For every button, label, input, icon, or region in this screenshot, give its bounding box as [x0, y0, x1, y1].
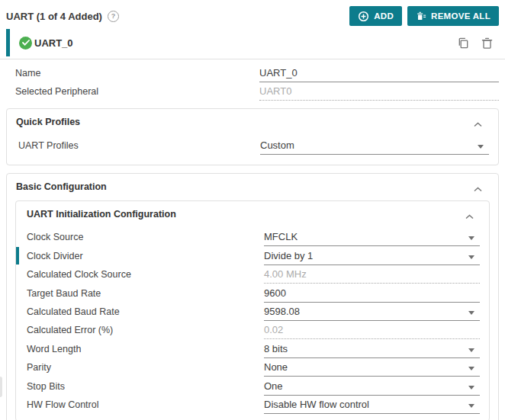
modified-indicator [16, 247, 19, 264]
chevron-up-icon[interactable] [474, 184, 482, 194]
field-word-length[interactable]: 8 bits [264, 340, 480, 358]
copy-instance-button[interactable] [457, 37, 470, 50]
config-row: Calculated Error (%) 0.02 [16, 321, 480, 339]
field-value: Divide by 1 [264, 250, 313, 261]
general-fields: Name UART_0 Selected Peripheral UART0 [6, 59, 499, 103]
quick-profiles-rows: UART Profiles Custom [7, 134, 498, 165]
config-row: Clock Source MFCLK [16, 228, 480, 246]
label-clock-divider: Clock Divider [27, 251, 264, 265]
field-value: MFCLK [264, 231, 298, 242]
config-row: Stop Bits One [16, 377, 480, 395]
uart-init-config-header[interactable]: UART Initialization Configuration [16, 201, 489, 226]
uart-init-config-card: UART Initialization Configuration Clock … [15, 200, 490, 420]
config-row: Calculated Clock Source 4.00 MHz [16, 265, 480, 284]
module-title: UART (1 of 4 Added) [6, 11, 102, 22]
field-value: UART0 [259, 85, 291, 97]
field-uart-profiles[interactable]: Custom [260, 136, 489, 155]
basic-configuration-header[interactable]: Basic Configuration [7, 174, 498, 199]
field-value: Custom [260, 139, 294, 151]
instance-name: UART_0 [34, 37, 73, 49]
field-value: Disable HW flow control [264, 399, 369, 410]
field-value: 9598.08 [264, 306, 300, 317]
label-target-baud-rate: Target Baud Rate [27, 288, 264, 303]
config-row: Parity None [16, 358, 480, 377]
trash-with-lines-icon [416, 11, 426, 21]
remove-all-button[interactable]: REMOVE ALL [407, 6, 499, 26]
field-clock-source[interactable]: MFCLK [264, 228, 480, 246]
field-value: None [264, 361, 288, 373]
dropdown-arrow-icon [468, 311, 474, 315]
module-title-group: UART (1 of 4 Added) ? [6, 11, 119, 22]
field-calculated-clock-source: 4.00 MHz [264, 265, 480, 284]
uart-config-panel: UART (1 of 4 Added) ? ADD REMOVE ALL UAR… [0, 0, 505, 420]
uart-init-config-rows: Clock Source MFCLK Clock Divider Divide … [16, 226, 489, 420]
check-circle-icon [19, 37, 32, 50]
field-target-baud-rate[interactable]: 9600 [264, 284, 480, 303]
scrollbar-thumb[interactable] [0, 377, 2, 397]
label-name: Name [15, 68, 259, 82]
config-row: UART Profiles Custom [7, 136, 489, 155]
dropdown-arrow-icon [468, 236, 474, 240]
config-row: Word Length 8 bits [16, 339, 480, 357]
dropdown-arrow-icon [468, 404, 474, 408]
dropdown-arrow-icon [468, 386, 474, 390]
field-value: 8 bits [264, 343, 288, 354]
field-calculated-baud-rate[interactable]: 9598.08 [264, 303, 480, 321]
field-value: 0.02 [264, 324, 283, 335]
label-calculated-error: Calculated Error (%) [27, 325, 264, 339]
label-selected-peripheral: Selected Peripheral [15, 86, 259, 101]
field-selected-peripheral: UART0 [259, 82, 499, 101]
label-word-length: Word Length [27, 344, 264, 358]
quick-profiles-card: Quick Profiles UART Profiles Custom [6, 108, 499, 165]
field-value: UART_0 [259, 67, 298, 79]
field-value: One [264, 380, 283, 392]
field-parity[interactable]: None [264, 358, 480, 377]
header-buttons: ADD REMOVE ALL [349, 6, 499, 26]
dropdown-arrow-icon [468, 367, 474, 370]
label-hw-flow-control: HW Flow Control [27, 399, 264, 414]
instance-actions [457, 37, 499, 50]
label-calculated-clock-source: Calculated Clock Source [27, 269, 264, 284]
module-header: UART (1 of 4 Added) ? ADD REMOVE ALL [6, 0, 499, 27]
help-icon[interactable]: ? [108, 11, 119, 22]
config-row: Target Baud Rate 9600 [16, 284, 480, 302]
circle-plus-icon [358, 11, 369, 22]
dropdown-arrow-icon [468, 348, 474, 352]
field-hw-flow-control[interactable]: Disable HW flow control [264, 396, 480, 414]
label-clock-source: Clock Source [27, 232, 264, 246]
add-button[interactable]: ADD [349, 6, 402, 26]
label-parity: Parity [27, 362, 264, 377]
config-row: Selected Peripheral UART0 [6, 83, 499, 101]
label-calculated-baud-rate: Calculated Baud Rate [27, 306, 264, 321]
config-row: Calculated Baud Rate 9598.08 [16, 303, 480, 321]
field-value: 4.00 MHz [264, 268, 307, 280]
dropdown-arrow-icon [478, 145, 484, 149]
chevron-up-icon[interactable] [474, 119, 482, 130]
field-name[interactable]: UART_0 [259, 64, 499, 82]
quick-profiles-header[interactable]: Quick Profiles [7, 109, 498, 134]
dropdown-arrow-icon [468, 255, 474, 259]
config-row: Clock Divider Divide by 1 [16, 246, 480, 265]
config-row: Name UART_0 [6, 65, 499, 82]
field-clock-divider[interactable]: Divide by 1 [264, 247, 480, 265]
config-row: HW Flow Control Disable HW flow control [16, 396, 480, 414]
field-calculated-error: 0.02 [264, 321, 480, 339]
label-uart-profiles: UART Profiles [18, 140, 260, 155]
field-stop-bits[interactable]: One [264, 377, 480, 396]
chevron-up-icon[interactable] [465, 211, 474, 222]
instance-tab-uart-0[interactable]: UART_0 [6, 29, 499, 56]
basic-configuration-card: Basic Configuration UART Initialization … [6, 173, 499, 420]
field-value: 9600 [264, 287, 286, 299]
label-stop-bits: Stop Bits [27, 381, 264, 396]
delete-instance-button[interactable] [481, 37, 493, 50]
